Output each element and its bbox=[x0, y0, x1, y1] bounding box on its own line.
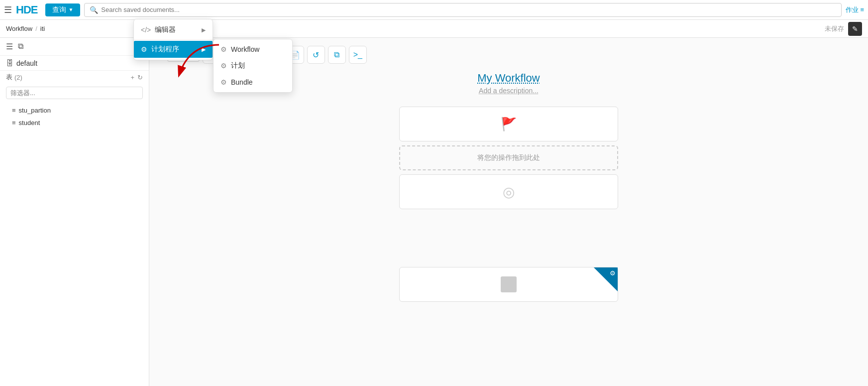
scheduler-icon: ⚙ bbox=[141, 45, 147, 53]
submenu-item-plan[interactable]: ⚙ 计划 bbox=[214, 57, 292, 74]
workflow-description[interactable]: Add a description... bbox=[479, 87, 539, 95]
list-item[interactable]: ≡ stu_partion bbox=[0, 104, 149, 117]
workflow-end-block: ◎ bbox=[399, 174, 618, 209]
second-bar: Workflow / iti 未保存 ✎ bbox=[0, 20, 868, 38]
editor-label: 编辑器 bbox=[155, 25, 176, 34]
code-icon: </> bbox=[141, 26, 151, 34]
filter-input[interactable] bbox=[6, 87, 143, 99]
workflow-drop-zone[interactable]: 将您的操作拖到此处 bbox=[399, 145, 618, 170]
terminal-tool-icon: >_ bbox=[353, 50, 362, 59]
refresh-tool-icon: ↺ bbox=[313, 50, 319, 60]
plan-label: 计划 bbox=[231, 61, 245, 70]
start-flag-icon: 🚩 bbox=[501, 117, 517, 132]
workflow-start-block: 🚩 bbox=[399, 107, 618, 141]
drop-zone-label: 将您的操作拖到此处 bbox=[477, 153, 540, 162]
main-layout: ☰ ⧉ 🗄 default 表 (2) + ↻ ≡ stu_partion ≡ … bbox=[0, 38, 868, 386]
table-icon-1: ≡ bbox=[12, 107, 16, 114]
top-right: 作业 ≡ bbox=[846, 5, 864, 14]
logo: HDE bbox=[16, 3, 37, 16]
bundle-icon: ⚙ bbox=[220, 78, 227, 86]
tool-btn-refresh[interactable]: ↺ bbox=[307, 46, 325, 64]
top-bar: ☰ HDE 查询 ▼ 🔍 作业 ≡ bbox=[0, 0, 868, 20]
workflow-label: Workflow bbox=[231, 45, 259, 53]
menu-item-scheduler[interactable]: ⚙ 计划程序 ▶ bbox=[134, 41, 213, 58]
query-label: 查询 bbox=[52, 5, 66, 14]
query-arrow: ▼ bbox=[68, 7, 73, 12]
breadcrumb-iti[interactable]: iti bbox=[40, 25, 45, 32]
menu-item-editor[interactable]: </> 编辑器 ▶ bbox=[134, 21, 213, 38]
tables-row: 表 (2) + ↻ bbox=[0, 71, 149, 84]
db-icon: 🗄 bbox=[6, 59, 13, 67]
workflow-title[interactable]: My Workflow bbox=[477, 72, 540, 85]
unsaved-label: 未保存 bbox=[825, 24, 844, 33]
search-input[interactable] bbox=[101, 6, 836, 13]
list-item[interactable]: ≡ student bbox=[0, 117, 149, 129]
table-icon-2: ≡ bbox=[12, 119, 16, 127]
menu-arrow-scheduler: ▶ bbox=[202, 46, 206, 53]
submenu-item-bundle[interactable]: ⚙ Bundle bbox=[214, 74, 292, 90]
menu-arrow-editor: ▶ bbox=[202, 27, 206, 33]
query-button[interactable]: 查询 ▼ bbox=[45, 3, 80, 16]
tool-btn-copy[interactable]: ⧉ bbox=[328, 46, 346, 64]
end-circle-icon: ◎ bbox=[503, 184, 515, 200]
tool-btn-terminal[interactable]: >_ bbox=[349, 46, 367, 64]
submenu-item-workflow[interactable]: ⚙ Workflow bbox=[214, 41, 292, 57]
table-label-2: student bbox=[19, 119, 40, 127]
add-table-icon[interactable]: + bbox=[130, 74, 134, 81]
workflow-icon: ⚙ bbox=[220, 45, 227, 53]
plan-icon: ⚙ bbox=[220, 62, 227, 70]
list-icon[interactable]: ☰ bbox=[6, 42, 13, 51]
refresh-icon[interactable]: ↻ bbox=[137, 74, 143, 81]
tables-count: (2) bbox=[14, 74, 22, 81]
workflow-extra-block: ⚙ bbox=[399, 267, 618, 302]
menu-divider bbox=[134, 39, 213, 40]
search-icon: 🔍 bbox=[90, 6, 98, 14]
default-label[interactable]: default bbox=[16, 59, 37, 67]
breadcrumb: Workflow / iti bbox=[6, 25, 45, 32]
copy-icon[interactable]: ⧉ bbox=[18, 42, 23, 51]
scheduler-label: 计划程序 bbox=[151, 45, 179, 54]
table-label-1: stu_partion bbox=[19, 107, 51, 114]
corner-gear-icon: ⚙ bbox=[610, 269, 616, 277]
sidebar-icons: ☰ ⧉ bbox=[6, 42, 23, 51]
bundle-label: Bundle bbox=[231, 78, 253, 86]
hamburger-icon[interactable]: ☰ bbox=[4, 4, 12, 15]
search-bar: 🔍 bbox=[84, 3, 841, 17]
bc-sep: / bbox=[35, 25, 37, 32]
context-menu: </> 编辑器 ▶ ⚙ 计划程序 ▶ bbox=[133, 19, 213, 60]
default-row: 🗄 default bbox=[0, 56, 149, 71]
edit-button[interactable]: ✎ bbox=[848, 22, 862, 36]
tables-label: 表 bbox=[6, 73, 12, 82]
sidebar-header: ☰ ⧉ bbox=[0, 38, 149, 56]
breadcrumb-workflow[interactable]: Workflow bbox=[6, 25, 32, 32]
submenu: ⚙ Workflow ⚙ 计划 ⚙ Bundle bbox=[213, 39, 293, 93]
table-list: ≡ stu_partion ≡ student bbox=[0, 102, 149, 131]
copy-tool-icon: ⧉ bbox=[334, 50, 339, 59]
tables-actions: + ↻ bbox=[130, 74, 143, 81]
workflow-area: My Workflow Add a description... 🚩 将您的操作… bbox=[399, 72, 618, 306]
block-square bbox=[501, 276, 517, 292]
sidebar: ☰ ⧉ 🗄 default 表 (2) + ↻ ≡ stu_partion ≡ … bbox=[0, 38, 149, 386]
